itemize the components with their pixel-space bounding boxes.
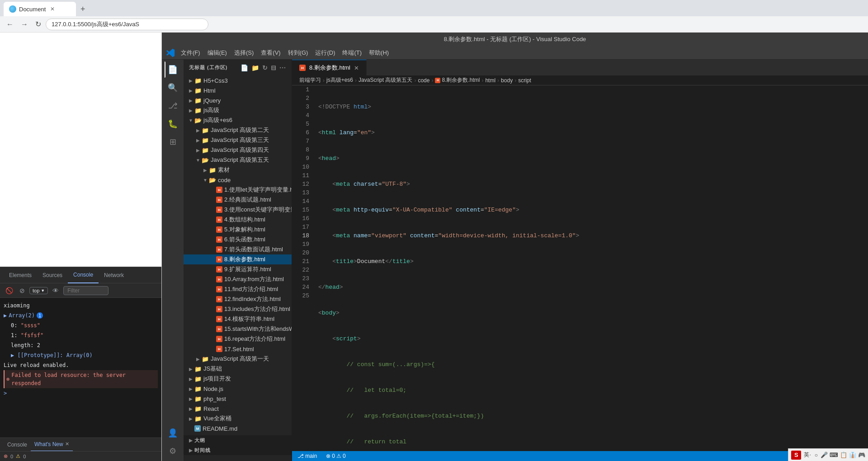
list-item[interactable]: ▼ 📂 JavaScript 高级第五天 <box>184 155 292 165</box>
activity-git[interactable]: ⎇ <box>165 98 181 114</box>
list-item[interactable]: H 17.Set.html <box>184 344 292 354</box>
ime-mic-icon[interactable]: 🎤 <box>821 452 828 458</box>
list-item[interactable]: ▶ 📁 Html <box>184 85 292 95</box>
list-item[interactable]: ▶ 📁 H5+Css3 <box>184 75 292 85</box>
breadcrumb-item[interactable]: 前端学习 <box>299 76 321 84</box>
address-bar[interactable] <box>46 19 208 30</box>
breadcrumb-item[interactable]: body <box>501 77 513 84</box>
list-item[interactable]: ▼ 📂 code <box>184 175 292 185</box>
list-item[interactable]: H 11.find方法介绍.html <box>184 284 292 294</box>
activity-search[interactable]: 🔍 <box>165 80 181 96</box>
activity-avatar[interactable]: 👤 <box>165 425 181 441</box>
back-button[interactable]: ← <box>4 19 16 30</box>
tab-sources[interactable]: Sources <box>37 267 68 283</box>
list-item[interactable]: H 14.模板字符串.html <box>184 314 292 324</box>
list-item[interactable]: ▶ 📁 JavaScript 高级第二天 <box>184 125 292 135</box>
list-item[interactable]: H 4.数组结构.html <box>184 215 292 225</box>
ime-circle[interactable]: ○ <box>814 451 819 459</box>
eye-button[interactable]: 👁 <box>51 286 61 295</box>
code-content[interactable]: <!DOCTYPE html> <html lang="en"> <head> … <box>315 85 868 451</box>
list-item[interactable]: ▶ 📁 php_test <box>184 394 292 404</box>
browser-tab[interactable]: Document ✕ <box>4 2 76 16</box>
menu-goto[interactable]: 转到(G) <box>284 46 312 60</box>
console-line-array[interactable]: ▶ Array(2) 1 <box>4 310 158 320</box>
breadcrumb-item-file[interactable]: H 8.剩余参数.html <box>435 76 480 84</box>
tab-close-icon[interactable]: ✕ <box>50 6 55 12</box>
tab-elements[interactable]: Elements <box>4 267 37 283</box>
editor-tab-active[interactable]: H 8.剩余参数.html ✕ <box>292 60 367 75</box>
breadcrumb-item[interactable]: code <box>418 77 429 84</box>
list-item[interactable]: H 16.repeat方法介绍.html <box>184 334 292 344</box>
ime-keyboard-icon[interactable]: ⌨ <box>830 452 838 458</box>
ime-english[interactable]: 英· <box>803 450 811 460</box>
bottom-tab-console[interactable]: Console <box>4 438 31 452</box>
list-item[interactable]: ▶ 📁 React <box>184 404 292 414</box>
list-item[interactable]: ▶ 📁 js项目开发 <box>184 374 292 384</box>
status-branch[interactable]: ⎇ main <box>296 453 319 459</box>
menu-selection[interactable]: 选择(S) <box>231 46 257 60</box>
list-item[interactable]: H 1.使用let关键字声明变量.html <box>184 185 292 195</box>
menu-run[interactable]: 运行(D) <box>311 46 339 60</box>
ime-shirt-icon[interactable]: 👔 <box>849 452 856 458</box>
list-item[interactable]: ▼ 📂 js高级+es6 <box>184 115 292 125</box>
list-item[interactable]: ▶ 📁 Vue全家桶 <box>184 414 292 423</box>
status-errors[interactable]: ⊗ 0 ⚠ 0 <box>324 453 347 459</box>
list-item[interactable]: H 10.Array.from方法.html <box>184 274 292 284</box>
list-item-active[interactable]: H 8.剩余参数.html <box>184 254 292 264</box>
outline-section[interactable]: ▶ 大纲 <box>184 435 292 445</box>
activity-extensions[interactable]: ⊞ <box>165 134 181 150</box>
breadcrumb-item[interactable]: script <box>518 77 531 84</box>
new-file-icon[interactable]: 📄 <box>241 64 249 71</box>
console-prompt[interactable]: > <box>4 388 158 398</box>
clear-console-button[interactable]: 🚫 <box>4 286 15 295</box>
ime-clipboard-icon[interactable]: 📋 <box>840 452 847 458</box>
code-editor[interactable]: 1 2 3 4 5 6 7 8 9 10 11 12 13 <box>292 85 868 451</box>
activity-settings[interactable]: ⚙ <box>165 443 181 459</box>
menu-view[interactable]: 查看(V) <box>257 46 284 60</box>
list-item[interactable]: ▶ 📁 JS基础 <box>184 364 292 374</box>
list-item[interactable]: ▶ 📁 Node.js <box>184 384 292 394</box>
refresh-icon[interactable]: ↻ <box>262 64 268 71</box>
forward-button[interactable]: → <box>18 19 31 30</box>
list-item[interactable]: H 13.includes方法介绍.html <box>184 304 292 314</box>
list-item[interactable]: ▶ 📁 JavaScript 高级第四天 <box>184 145 292 155</box>
breadcrumb-item[interactable]: js高级+es6 <box>326 76 353 84</box>
list-item[interactable]: ▶ 📁 JavaScript 高级第三天 <box>184 135 292 145</box>
tab-close-button[interactable]: ✕ <box>354 65 359 71</box>
list-item[interactable]: H 7.箭头函数面试题.html <box>184 245 292 254</box>
new-folder-icon[interactable]: 📁 <box>251 64 259 71</box>
console-indent-proto[interactable]: ▶ [[Prototype]]: Array(0) <box>4 350 158 360</box>
more-actions-icon[interactable]: ··· <box>279 64 286 71</box>
ime-s-button[interactable]: S <box>791 451 801 460</box>
list-item[interactable]: H 6.箭头函数.html <box>184 235 292 245</box>
menu-file[interactable]: 文件(F) <box>177 46 204 60</box>
list-item[interactable]: ▶ 📁 js高级 <box>184 105 292 115</box>
bottom-tab-whatsnew[interactable]: What's New ✕ <box>31 438 73 452</box>
list-item[interactable]: H 9.扩展运算符.html <box>184 264 292 274</box>
collapse-icon[interactable]: ⊟ <box>271 64 277 71</box>
menu-terminal[interactable]: 终端(T) <box>339 46 365 60</box>
list-item[interactable]: H 5.对象解构.html <box>184 225 292 235</box>
menu-help[interactable]: 帮助(H) <box>365 46 392 60</box>
list-item[interactable]: ▶ 📁 素材 <box>184 165 292 175</box>
timeline-section[interactable]: ▶ 时间线 <box>184 445 292 455</box>
list-item[interactable]: H 2.经典面试题.html <box>184 195 292 205</box>
list-item[interactable]: ▶ 📁 jQuery <box>184 95 292 105</box>
top-selector[interactable]: top ▼ <box>29 287 48 294</box>
tab-console[interactable]: Console <box>68 267 99 283</box>
refresh-button[interactable]: ↻ <box>33 18 44 30</box>
filter-toggle-button[interactable]: ⊘ <box>18 286 27 295</box>
breadcrumb-item[interactable]: JavaScript 高级第五天 <box>359 76 412 84</box>
activity-debug[interactable]: 🐛 <box>165 116 181 132</box>
list-item[interactable]: H 3.使用const关键字声明变量.html <box>184 205 292 215</box>
bottom-tab-close-icon[interactable]: ✕ <box>65 441 69 447</box>
tab-network[interactable]: Network <box>99 267 129 283</box>
list-item[interactable]: M README.md <box>184 423 292 433</box>
list-item[interactable]: H 12.findIndex方法.html <box>184 294 292 304</box>
breadcrumb-item[interactable]: html <box>485 77 495 84</box>
expand-arrow[interactable]: ▶ <box>4 311 7 320</box>
new-tab-button[interactable]: + <box>78 2 88 16</box>
menu-edit[interactable]: 编辑(E) <box>204 46 231 60</box>
console-filter-input[interactable] <box>63 286 108 295</box>
activity-explorer[interactable]: 📄 <box>165 61 181 78</box>
